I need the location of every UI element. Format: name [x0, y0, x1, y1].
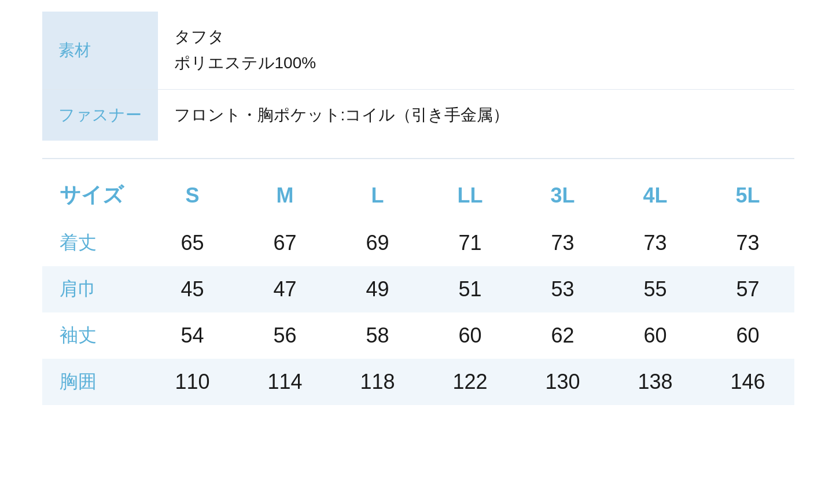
info-label-0: 素材 [42, 12, 158, 89]
size-cell-3-1: 114 [239, 359, 332, 405]
size-cell-0-1: 67 [239, 220, 332, 266]
size-cell-3-2: 118 [332, 359, 424, 405]
size-table-wrapper: サイズSMLLL3L4L5L着丈65676971737373肩巾45474951… [42, 171, 794, 405]
size-header-5: 3L [517, 171, 609, 220]
size-row-label-3: 胸囲 [42, 359, 146, 405]
divider [42, 158, 794, 159]
size-cell-2-6: 60 [702, 312, 794, 359]
size-cell-3-3: 122 [424, 359, 517, 405]
size-cell-2-3: 60 [424, 312, 517, 359]
size-header-1: S [146, 171, 239, 220]
size-cell-3-0: 110 [146, 359, 239, 405]
size-cell-0-6: 73 [702, 220, 794, 266]
size-header-4: LL [424, 171, 517, 220]
size-cell-2-2: 58 [332, 312, 424, 359]
size-cell-1-1: 47 [239, 266, 332, 312]
size-header-0: サイズ [42, 171, 146, 220]
size-cell-1-3: 51 [424, 266, 517, 312]
info-value-1: フロント・胸ポケット:コイル（引き手金属） [158, 89, 794, 141]
size-cell-0-2: 69 [332, 220, 424, 266]
size-cell-1-2: 49 [332, 266, 424, 312]
size-cell-2-5: 60 [609, 312, 702, 359]
size-header-3: L [332, 171, 424, 220]
size-cell-1-6: 57 [702, 266, 794, 312]
size-cell-1-5: 55 [609, 266, 702, 312]
main-container: 素材タフタポリエステル100%ファスナーフロント・胸ポケット:コイル（引き手金属… [42, 12, 794, 405]
size-cell-1-4: 53 [517, 266, 609, 312]
size-cell-3-6: 146 [702, 359, 794, 405]
size-header-7: 5L [702, 171, 794, 220]
info-table: 素材タフタポリエステル100%ファスナーフロント・胸ポケット:コイル（引き手金属… [42, 12, 794, 141]
size-row-label-0: 着丈 [42, 220, 146, 266]
size-cell-0-4: 73 [517, 220, 609, 266]
size-cell-0-5: 73 [609, 220, 702, 266]
size-header-2: M [239, 171, 332, 220]
size-table: サイズSMLLL3L4L5L着丈65676971737373肩巾45474951… [42, 171, 794, 405]
size-cell-3-4: 130 [517, 359, 609, 405]
size-cell-3-5: 138 [609, 359, 702, 405]
info-value-0: タフタポリエステル100% [158, 12, 794, 89]
size-cell-2-1: 56 [239, 312, 332, 359]
size-cell-0-0: 65 [146, 220, 239, 266]
size-row-label-1: 肩巾 [42, 266, 146, 312]
size-cell-1-0: 45 [146, 266, 239, 312]
size-cell-2-4: 62 [517, 312, 609, 359]
size-row-label-2: 袖丈 [42, 312, 146, 359]
size-cell-0-3: 71 [424, 220, 517, 266]
info-label-1: ファスナー [42, 89, 158, 141]
size-header-6: 4L [609, 171, 702, 220]
size-cell-2-0: 54 [146, 312, 239, 359]
